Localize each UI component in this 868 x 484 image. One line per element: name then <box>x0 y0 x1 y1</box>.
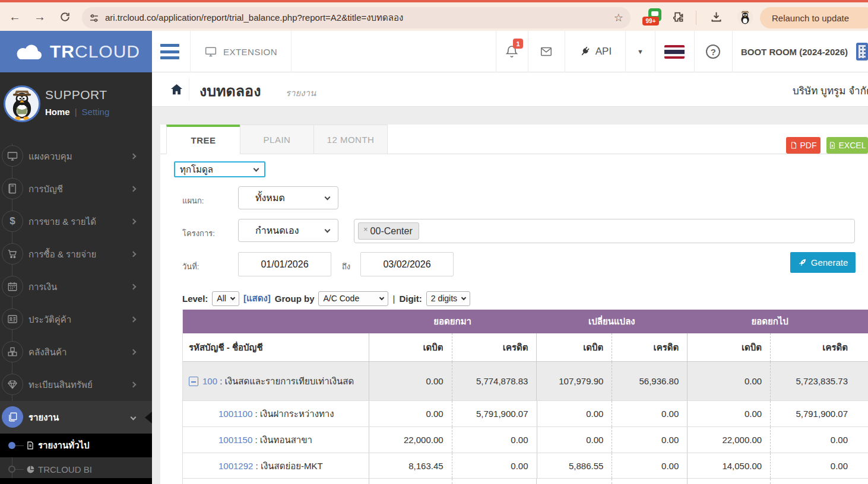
envelope-icon <box>538 45 554 58</box>
project-select[interactable]: กำหนดเอง <box>238 219 338 242</box>
cell-closing-credit: 5,791,900.07 <box>770 401 868 426</box>
level-select[interactable]: All <box>212 291 239 306</box>
site-settings-icon[interactable] <box>89 13 99 23</box>
account-code-link[interactable]: 1001292 <box>218 461 253 471</box>
sidebar-item-sales-income[interactable]: การขาย & รายได้ <box>0 205 152 238</box>
sidebar-item-purchases-expenses[interactable]: การซื้อ & รายจ่าย <box>0 238 152 270</box>
messages-button[interactable] <box>528 31 565 72</box>
rocket-icon <box>798 258 807 267</box>
account-column-header: รหัสบัญชี - ชื่อบัญชี <box>183 333 369 361</box>
help-icon <box>706 44 720 59</box>
user-dropdown-toggle[interactable]: ▼ <box>625 31 655 72</box>
department-select[interactable]: ทั้งหมด <box>238 186 338 209</box>
sidebar: SUPPORT Home|Setting แผงควบคุม การบัญชี … <box>0 72 152 484</box>
chevron-right-icon <box>131 317 137 323</box>
chevron-right-icon <box>131 154 137 160</box>
dashboard-monitor-icon <box>2 145 23 167</box>
address-bar[interactable]: ari.trcloud.co/application/report/trial_… <box>82 7 631 28</box>
collapse-icon[interactable] <box>189 377 198 386</box>
sidebar-item-accounting[interactable]: การบัญชี <box>0 173 152 205</box>
sidebar-item-finance[interactable]: การเงิน <box>0 270 152 303</box>
sidebar-subitem-trcloud-bi[interactable]: TRCLOUD BI <box>0 457 152 481</box>
date-from-input[interactable] <box>238 252 331 276</box>
show-link[interactable]: [แสดง] <box>243 291 271 305</box>
extension-label: EXTENSION <box>223 47 277 57</box>
company-period-label: BOOT ROOM (2024-2026) <box>733 47 856 57</box>
company-period-selector[interactable]: BOOT ROOM (2024-2026) <box>732 31 856 72</box>
plug-icon <box>579 46 591 58</box>
module-select[interactable]: ทุกโมดูล <box>174 161 265 177</box>
cell-opening-debit: 0.00 <box>369 362 452 400</box>
forward-icon[interactable]: → <box>30 7 50 27</box>
user-links: Home|Setting <box>45 107 109 117</box>
calculator-button[interactable] <box>856 31 868 72</box>
project-tag-input[interactable]: × 00-Center <box>354 219 855 243</box>
cell-closing-debit: 14,050.00 <box>687 453 770 478</box>
tab-plain[interactable]: PLAIN <box>240 125 314 154</box>
tab-tree[interactable]: TREE <box>166 125 240 154</box>
browser-toolbar: ← → ari.trcloud.co/application/report/tr… <box>0 2 868 31</box>
language-button[interactable] <box>655 31 694 72</box>
account-code-link[interactable]: 1001150 <box>218 435 252 445</box>
cell-opening-credit: 0.00 <box>452 453 537 478</box>
cloud-icon <box>13 40 44 63</box>
reports-copy-icon <box>2 406 23 428</box>
cell-change-credit: 0.00 <box>612 453 687 478</box>
digit-select[interactable]: 2 digits <box>426 291 470 306</box>
url-text[interactable]: ari.trcloud.co/application/report/trial_… <box>105 11 614 25</box>
account-code-link[interactable]: 1001100 <box>218 409 252 419</box>
home-icon[interactable] <box>170 82 183 96</box>
sidebar-subitem-general-reports[interactable]: รายงานทั่วไป <box>0 434 152 457</box>
trcloud-extension-icon[interactable]: 99+ <box>645 8 669 28</box>
extensions-puzzle-icon[interactable] <box>672 11 685 23</box>
cell-opening-credit: 5,774,878.83 <box>452 362 537 400</box>
downloads-icon[interactable] <box>710 11 723 23</box>
group-by-select[interactable]: A/C Code <box>318 291 388 306</box>
calculator-icon <box>856 43 868 60</box>
home-link[interactable]: Home <box>45 107 70 117</box>
partners-idcard-icon <box>2 308 23 330</box>
setting-link[interactable]: Setting <box>82 107 110 117</box>
department-label: แผนก: <box>182 195 204 207</box>
sidebar-toggle-hamburger-icon[interactable] <box>160 44 179 59</box>
extension-menu-item[interactable]: EXTENSION <box>190 31 292 72</box>
account-code-link[interactable]: 100 <box>202 376 217 386</box>
cell-closing-debit: 0.00 <box>687 362 770 400</box>
sidebar-menu: แผงควบคุม การบัญชี การขาย & รายได้ การซื… <box>0 140 152 481</box>
sidebar-item-reports[interactable]: รายงาน <box>0 401 152 434</box>
table-row: 1001292 : เงินสดย่อย-MKT 8,163.45 0.00 5… <box>183 453 868 479</box>
accounting-book-icon <box>2 178 23 199</box>
sidebar-item-dashboard[interactable]: แผงควบคุม <box>0 140 152 173</box>
api-button[interactable]: API <box>565 31 625 72</box>
group-by-label: Group by <box>275 294 315 304</box>
company-name: บริษัท บูทรูม จำกัด <box>793 82 868 98</box>
help-button[interactable] <box>694 31 732 72</box>
back-icon[interactable]: ← <box>5 7 25 27</box>
sidebar-item-partner-history[interactable]: ประวัติคู่ค้า <box>0 303 152 336</box>
excel-export-button[interactable]: EXCEL <box>826 137 868 154</box>
chevron-right-icon <box>131 186 137 192</box>
tag-remove-icon[interactable]: × <box>363 225 368 234</box>
chevron-right-icon <box>131 349 137 355</box>
relaunch-to-update-button[interactable]: Relaunch to update <box>760 7 868 28</box>
tab-12month[interactable]: 12 MONTH <box>313 125 388 154</box>
cell-closing-debit: 22,000.00 <box>687 427 770 453</box>
sidebar-item-asset-register[interactable]: ทะเบียนสินทรัพย์ <box>0 368 152 401</box>
level-bar: Level: All [แสดง] Group by A/C Code | Di… <box>182 291 470 306</box>
table-row-partial <box>183 479 868 484</box>
table-row: 1001150 : เงินทอนสาขา 22,000.00 0.00 0.0… <box>183 427 868 453</box>
browser-chrome: ← → ari.trcloud.co/application/report/tr… <box>0 0 868 31</box>
date-to-input[interactable] <box>360 252 454 276</box>
generate-button[interactable]: Generate <box>790 252 856 273</box>
browser-profile-avatar[interactable] <box>737 9 753 25</box>
select-chevron-icon <box>379 295 384 300</box>
trcloud-logo[interactable]: TRCLOUD <box>0 31 152 72</box>
reload-icon[interactable] <box>55 7 75 27</box>
cell-change-debit: 5,886.55 <box>537 453 612 478</box>
pdf-export-button[interactable]: PDF <box>786 137 821 154</box>
project-tag-chip: × 00-Center <box>358 222 419 240</box>
sidebar-item-inventory[interactable]: คลังสินค้า <box>0 336 152 368</box>
notifications-button[interactable]: 1 <box>496 31 528 72</box>
bookmark-star-icon[interactable]: ☆ <box>614 11 623 24</box>
user-avatar[interactable] <box>4 85 40 122</box>
